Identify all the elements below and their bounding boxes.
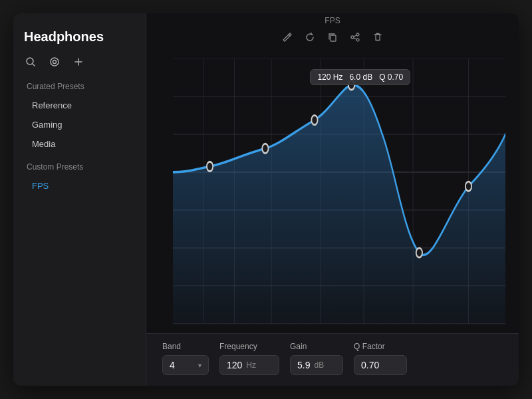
- gain-unit: dB: [314, 360, 324, 370]
- reset-button[interactable]: [305, 32, 315, 43]
- sidebar-item-media[interactable]: Media: [24, 135, 135, 153]
- sidebar-item-reference[interactable]: Reference: [24, 96, 135, 114]
- eq-point-5: [416, 248, 422, 257]
- svg-point-8: [351, 36, 354, 39]
- freq-unit: Hz: [246, 360, 256, 370]
- svg-point-7: [356, 33, 359, 36]
- edit-button[interactable]: [282, 32, 293, 43]
- gain-control-group: Gain 5.9 dB: [290, 342, 343, 375]
- sidebar-item-gaming[interactable]: Gaming: [24, 116, 135, 134]
- band-select[interactable]: 4 ▾: [162, 355, 209, 375]
- eq-point-6: [466, 182, 471, 191]
- svg-line-1: [33, 64, 35, 66]
- toolbar-icons: [282, 32, 383, 43]
- band-control-group: Band 4 ▾: [162, 342, 209, 375]
- svg-point-2: [51, 58, 59, 66]
- tooltip-gain: 6.0 dB: [349, 72, 372, 82]
- curated-presets-label: Curated Presets: [24, 82, 135, 91]
- q-label: Q Factor: [354, 342, 407, 351]
- tooltip-q: Q 0.70: [379, 72, 403, 82]
- gain-input[interactable]: 5.9 dB: [290, 355, 343, 375]
- toolbar-title: FPS: [325, 16, 340, 25]
- share-button[interactable]: [350, 32, 360, 43]
- delete-button[interactable]: [372, 32, 383, 43]
- eq-point-2: [262, 144, 268, 153]
- tune-button[interactable]: [48, 55, 61, 68]
- eq-chart-svg: 20 Hz 30 50 100 200 300 500 1k 9 6 3 0 d…: [173, 59, 505, 333]
- copy-button[interactable]: [327, 32, 338, 43]
- freq-value: 120: [227, 360, 242, 370]
- add-button[interactable]: [72, 55, 85, 68]
- toolbar: FPS: [146, 13, 519, 52]
- app-container: Headphones Curated Pres: [13, 13, 519, 386]
- q-control-group: Q Factor 0.70: [354, 342, 407, 375]
- chevron-down-icon: ▾: [198, 362, 201, 369]
- eq-chart-area: 20 Hz 30 50 100 200 300 500 1k 9 6 3 0 d…: [146, 52, 519, 333]
- band-label: Band: [162, 342, 209, 351]
- gain-label: Gain: [290, 342, 343, 351]
- sidebar: Headphones Curated Pres: [13, 13, 146, 386]
- tooltip-frequency: 120 Hz: [317, 72, 342, 82]
- band-value: 4: [170, 360, 175, 370]
- eq-point-3: [311, 115, 317, 124]
- eq-tooltip: 120 Hz 6.0 dB Q 0.70: [310, 69, 410, 85]
- svg-line-11: [354, 38, 356, 39]
- search-button[interactable]: [24, 55, 37, 68]
- sidebar-icon-row: [24, 55, 135, 68]
- freq-control-group: Frequency 120 Hz: [219, 342, 279, 375]
- svg-point-3: [53, 61, 57, 64]
- svg-line-10: [354, 35, 356, 37]
- bottom-controls: Band 4 ▾ Frequency 120 Hz Gain: [146, 333, 519, 386]
- freq-input[interactable]: 120 Hz: [219, 355, 279, 375]
- sidebar-item-fps[interactable]: FPS: [24, 177, 135, 195]
- svg-rect-6: [331, 35, 336, 41]
- q-input[interactable]: 0.70: [354, 355, 407, 375]
- gain-value: 5.9: [297, 360, 310, 370]
- sidebar-title: Headphones: [24, 29, 135, 45]
- q-value: 0.70: [361, 360, 379, 370]
- main-content: FPS: [146, 13, 519, 386]
- custom-presets-label: Custom Presets: [24, 162, 135, 172]
- svg-point-9: [356, 39, 359, 41]
- freq-label: Frequency: [219, 342, 279, 351]
- controls-row: Band 4 ▾ Frequency 120 Hz Gain: [162, 342, 503, 375]
- eq-point-1: [207, 162, 213, 171]
